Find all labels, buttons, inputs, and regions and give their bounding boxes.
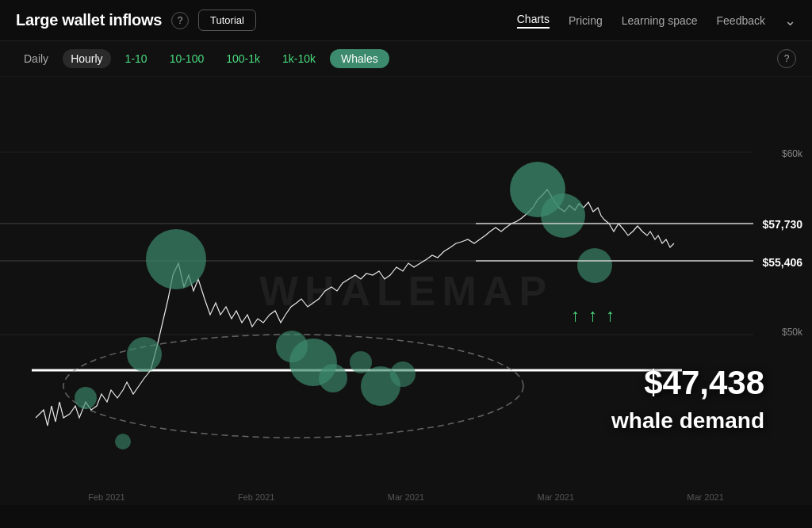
nav-feedback[interactable]: Feedback: [717, 14, 765, 27]
nav-pricing[interactable]: Pricing: [569, 14, 603, 27]
title-help-button[interactable]: ?: [171, 12, 189, 29]
price-57730-label: $57,730: [762, 218, 802, 231]
filter-whales[interactable]: Whales: [330, 49, 389, 68]
svg-point-14: [350, 351, 372, 373]
x-axis: Feb 2021 Feb 2021 Mar 2021 Mar 2021 Mar …: [0, 492, 812, 502]
x-label-3: Mar 2021: [388, 492, 424, 502]
svg-point-9: [75, 387, 97, 409]
filter-100-1k[interactable]: 100-1k: [218, 49, 268, 68]
demand-price-label: $47,438: [644, 364, 764, 402]
toolbar: Daily Hourly 1-10 10-100 100-1k 1k-10k W…: [0, 41, 812, 77]
price-55406-label: $55,406: [762, 256, 802, 269]
filter-1-10[interactable]: 1-10: [117, 49, 155, 68]
filter-1k-10k[interactable]: 1k-10k: [274, 49, 324, 68]
svg-point-18: [541, 193, 585, 238]
header-left: Large wallet inflows ? Tutorial: [16, 10, 256, 31]
svg-point-19: [577, 248, 612, 283]
svg-point-16: [390, 362, 416, 387]
x-label-2: Feb 2021: [238, 492, 274, 502]
x-label-4: Mar 2021: [538, 492, 574, 502]
x-label-1: Feb 2021: [88, 492, 124, 502]
svg-text:↑: ↑: [606, 305, 615, 325]
price-50k-label: $50k: [782, 327, 802, 338]
svg-point-10: [115, 434, 131, 450]
header: Large wallet inflows ? Tutorial Charts P…: [0, 0, 812, 41]
location-icon: ⌄: [784, 12, 796, 29]
svg-text:↑: ↑: [571, 305, 580, 325]
svg-point-13: [319, 364, 347, 392]
chart-container: ↑ ↑ ↑ WHALEMAP $60k $57,730 $55,406 $50k…: [0, 77, 812, 505]
nav-learning[interactable]: Learning space: [622, 14, 698, 27]
nav-charts[interactable]: Charts: [517, 13, 550, 29]
svg-text:↑: ↑: [588, 305, 597, 325]
demand-label: whale demand: [611, 408, 764, 434]
filter-hourly[interactable]: Hourly: [63, 49, 110, 68]
page-title: Large wallet inflows: [16, 11, 162, 29]
svg-point-7: [146, 229, 206, 289]
chart-help-button[interactable]: ?: [777, 49, 796, 68]
price-60k-label: $60k: [782, 148, 802, 159]
filter-10-100[interactable]: 10-100: [162, 49, 213, 68]
x-label-5: Mar 2021: [687, 492, 723, 502]
tutorial-button[interactable]: Tutorial: [198, 10, 256, 31]
header-nav: Charts Pricing Learning space Feedback ⌄: [517, 12, 796, 29]
price-chart: ↑ ↑ ↑: [0, 77, 812, 505]
filter-daily[interactable]: Daily: [16, 49, 56, 68]
svg-point-8: [127, 337, 162, 372]
